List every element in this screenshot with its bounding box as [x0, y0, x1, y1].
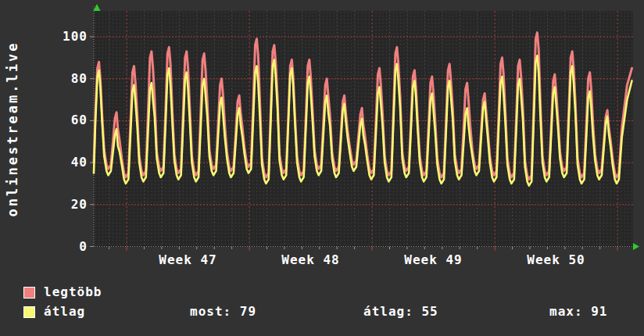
y-tick-label: 60	[48, 113, 88, 128]
y-axis-arrow-icon	[94, 4, 101, 11]
y-tick-label: 80	[48, 71, 88, 87]
x-tick-label: Week 48	[264, 252, 358, 267]
y-tick-label: 20	[48, 197, 88, 213]
legend-swatch-atlag	[23, 306, 35, 318]
series-line-atlag	[94, 55, 632, 185]
x-tick-label: Week 50	[510, 252, 603, 267]
legend-swatch-legtobb	[23, 287, 35, 298]
stat-atlag: átlag: 55	[363, 304, 438, 319]
stat-max: max: 91	[549, 304, 607, 319]
y-tick-label: 40	[48, 155, 88, 170]
x-tick-label: Week 49	[387, 252, 481, 267]
graph-canvas: onlinestream.live 020406080100 Week 47We…	[0, 0, 644, 336]
y-tick-label: 0	[48, 239, 88, 255]
stat-most: most: 79	[190, 304, 256, 319]
x-axis-arrow-icon	[633, 243, 639, 250]
y-tick-label: 100	[48, 29, 88, 45]
vertical-axis-title: onlinestream.live	[5, 41, 20, 217]
x-tick-label: Week 47	[141, 252, 235, 267]
legend-label-atlag: átlag	[44, 304, 85, 319]
legend-label-legtobb: legtöbb	[44, 284, 102, 299]
